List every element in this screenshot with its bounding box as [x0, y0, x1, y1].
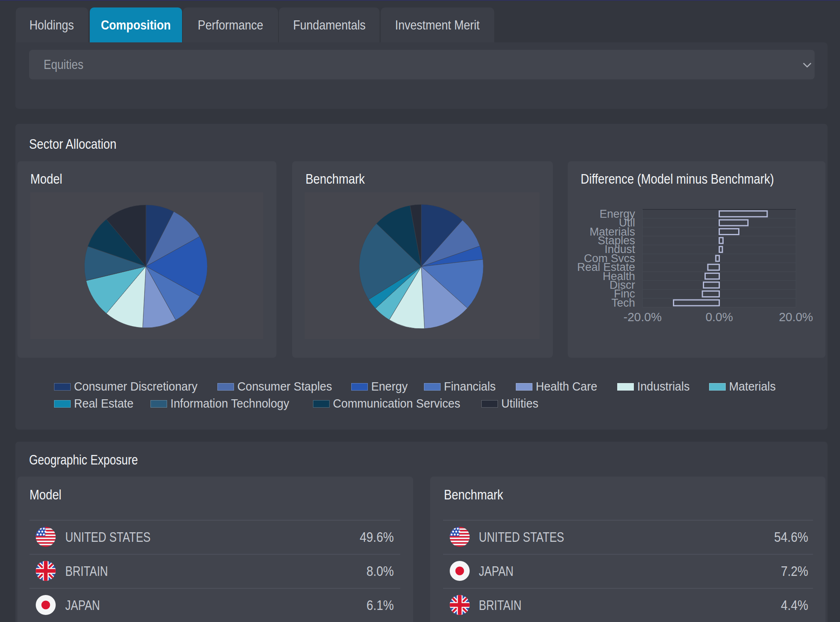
svg-text:-20.0%: -20.0%: [623, 310, 662, 324]
svg-text:0.0%: 0.0%: [705, 310, 733, 324]
svg-text:Tech: Tech: [611, 297, 635, 309]
svg-text:20.0%: 20.0%: [779, 310, 813, 324]
